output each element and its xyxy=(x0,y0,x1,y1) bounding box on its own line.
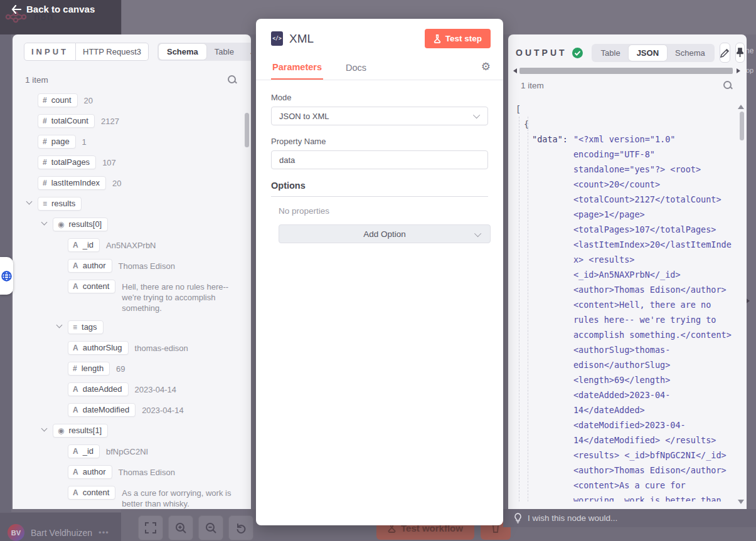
schema-key-pill[interactable]: Acontent xyxy=(68,280,115,293)
input-node-selector[interactable]: HTTP Request3 xyxy=(76,43,149,61)
tab-table[interactable]: Table xyxy=(206,44,242,60)
property-name-input[interactable] xyxy=(271,150,488,169)
schema-key-pill[interactable]: #page xyxy=(38,135,76,149)
chevron-down-icon[interactable] xyxy=(40,220,53,224)
tab-parameters[interactable]: Parameters xyxy=(271,57,323,80)
schema-key-pill[interactable]: Aauthor xyxy=(68,259,112,273)
scroll-left-arrow-icon[interactable] xyxy=(513,68,517,73)
schema-row[interactable]: AdateAdded2023-04-14 xyxy=(25,382,245,396)
tab-table[interactable]: Table xyxy=(593,45,629,61)
schema-key-pill[interactable]: #lastItemIndex xyxy=(38,176,106,190)
zoom-in-button[interactable] xyxy=(168,515,193,540)
add-option-select[interactable]: Add Option xyxy=(279,224,491,243)
string-type-icon: A xyxy=(73,344,78,352)
schema-key-pill[interactable]: Acontent xyxy=(68,486,115,500)
tab-docs[interactable]: Docs xyxy=(344,58,368,79)
schema-value: 2127 xyxy=(101,116,119,127)
schema-key-pill[interactable]: #totalCount xyxy=(38,114,95,128)
node-title: XML xyxy=(289,32,314,46)
schema-row[interactable]: AcontentAs a cure for worrying, work is … xyxy=(25,486,245,509)
user-area[interactable]: BV Bart Veldhuizen ••• xyxy=(8,524,109,541)
reset-zoom-button[interactable] xyxy=(228,515,253,540)
schema-key-pill[interactable]: AauthorSlug xyxy=(68,341,129,355)
schema-key-pill[interactable]: ≡results xyxy=(38,197,82,211)
chevron-down-icon[interactable] xyxy=(40,426,53,431)
output-scrollbar[interactable] xyxy=(740,112,744,140)
schema-row[interactable]: A_idbfNpGC2NI xyxy=(25,444,245,458)
schema-value: An5NAXPrbN xyxy=(106,240,156,251)
schema-key: totalPages xyxy=(51,157,90,167)
zoom-out-button[interactable] xyxy=(198,515,223,540)
user-menu-ellipsis[interactable]: ••• xyxy=(98,528,109,537)
output-panel: OUTPUT Table JSON Schema 1 item [ { "dat… xyxy=(508,34,747,509)
schema-key-pill[interactable]: AdateModified xyxy=(68,403,136,417)
chevron-down-icon[interactable] xyxy=(25,199,38,204)
canvas-zoom-controls xyxy=(138,515,253,540)
schema-row[interactable]: ◉results[1] xyxy=(25,424,245,438)
schema-key-pill[interactable]: Aauthor xyxy=(68,465,112,479)
avatar[interactable]: BV xyxy=(8,524,24,541)
tab-json[interactable]: JSON xyxy=(629,45,667,61)
back-to-canvas-button[interactable]: Back to canvas xyxy=(11,4,95,14)
schema-row[interactable]: ≡results xyxy=(25,197,245,211)
schema-value: 20 xyxy=(84,95,93,106)
wish-label[interactable]: I wish this node would... xyxy=(528,513,617,523)
schema-row[interactable]: #totalPages107 xyxy=(25,155,245,169)
schema-row[interactable]: #lastItemIndex20 xyxy=(25,176,245,190)
chevron-down-icon[interactable] xyxy=(55,323,68,327)
schema-row[interactable]: AauthorThomas Edison xyxy=(25,465,245,479)
schema-row[interactable]: A_idAn5NAXPrbN xyxy=(25,238,245,252)
scroll-down-arrow-icon[interactable] xyxy=(738,500,744,504)
scroll-up-arrow-icon[interactable] xyxy=(738,105,744,109)
pin-output-button[interactable] xyxy=(735,43,745,63)
scrollbar-thumb[interactable] xyxy=(519,68,733,74)
mode-select[interactable]: JSON to XML xyxy=(271,107,488,125)
gear-icon[interactable]: ⚙ xyxy=(481,60,491,77)
schema-key-pill[interactable]: A_id xyxy=(68,238,100,252)
search-icon[interactable] xyxy=(723,80,733,90)
search-icon[interactable] xyxy=(227,75,237,85)
node-feedback-bar[interactable]: I wish this node would... xyxy=(503,509,756,527)
schema-row[interactable]: AcontentHell, there are no rules here-- … xyxy=(25,280,245,313)
schema-key-pill[interactable]: A_id xyxy=(68,444,100,458)
test-step-button[interactable]: Test step xyxy=(425,29,491,48)
fit-view-button[interactable] xyxy=(138,515,163,540)
schema-row[interactable]: #totalCount2127 xyxy=(25,114,245,128)
tab-schema[interactable]: Schema xyxy=(159,44,206,60)
schema-row[interactable]: AdateModified2023-04-14 xyxy=(25,403,245,417)
schema-key-pill[interactable]: AdateAdded xyxy=(68,382,129,396)
tab-json[interactable]: JSON xyxy=(242,44,251,60)
fit-view-icon xyxy=(145,522,156,533)
json-bracket: [ xyxy=(516,102,730,117)
schema-key: length xyxy=(82,364,104,373)
string-type-icon: A xyxy=(73,241,78,249)
schema-row[interactable]: ◉results[0] xyxy=(25,218,245,231)
schema-row[interactable]: AauthorSlugthomas-edison xyxy=(25,341,245,355)
output-horizontal-scrollbar[interactable] xyxy=(513,66,740,75)
number-type-icon: # xyxy=(43,96,47,105)
schema-row[interactable]: #length69 xyxy=(25,362,245,376)
tab-schema[interactable]: Schema xyxy=(667,45,713,61)
schema-key-pill[interactable]: ◉results[1] xyxy=(53,424,108,438)
schema-row[interactable]: #page1 xyxy=(25,135,245,149)
scroll-right-arrow-icon[interactable] xyxy=(737,68,740,73)
schema-row[interactable]: ≡tags xyxy=(25,320,245,334)
schema-key-pill[interactable]: ◉results[0] xyxy=(53,218,108,231)
extension-tab[interactable] xyxy=(0,257,13,295)
node-settings-modal: </> XML Test step Parameters Docs ⚙ Mode… xyxy=(256,19,503,525)
string-type-icon: A xyxy=(73,261,78,270)
schema-key-pill[interactable]: #length xyxy=(68,362,110,376)
schema-row[interactable]: #count20 xyxy=(25,93,245,107)
edit-output-button[interactable] xyxy=(720,43,730,63)
schema-key-pill[interactable]: #totalPages xyxy=(38,155,96,169)
list-type-icon: ≡ xyxy=(73,323,77,332)
schema-key: author xyxy=(83,261,106,270)
json-viewer[interactable]: [ { "data": "<?xml version="1.0" encodin… xyxy=(508,95,747,502)
schema-key-pill[interactable]: ≡tags xyxy=(68,320,104,334)
flask-icon xyxy=(434,34,441,43)
schema-key: _id xyxy=(83,240,93,249)
schema-key-pill[interactable]: #count xyxy=(38,93,78,107)
input-scrollbar[interactable] xyxy=(245,113,249,147)
schema-row[interactable]: AauthorThomas Edison xyxy=(25,259,245,273)
list-type-icon: ≡ xyxy=(43,199,47,208)
